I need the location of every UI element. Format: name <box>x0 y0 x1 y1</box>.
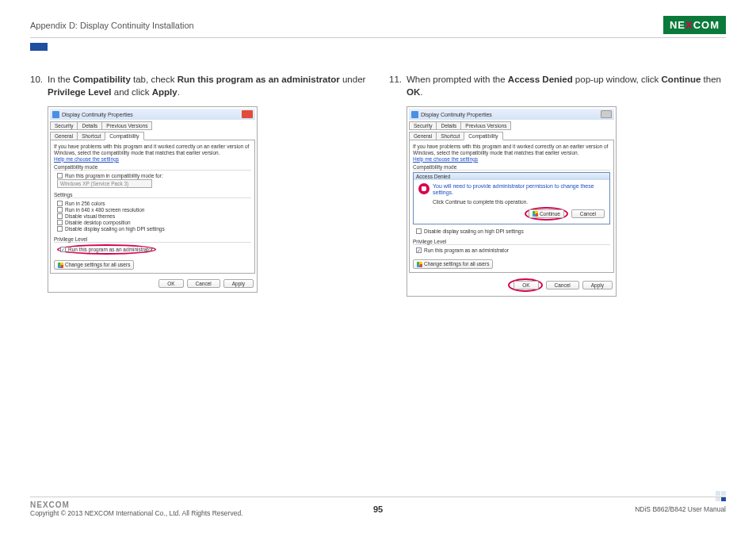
dialog-title-text: Display Continuity Properties <box>62 112 240 117</box>
close-icon[interactable] <box>601 110 612 118</box>
tab-security[interactable]: Security <box>409 121 437 130</box>
apply-button[interactable]: Apply <box>582 281 613 290</box>
cb-run-as-admin[interactable]: Run this program as an administrator <box>60 247 153 252</box>
settings-label: Settings <box>54 192 251 198</box>
tab-general[interactable]: General <box>409 132 437 140</box>
popup-subtext: Click Continue to complete this operatio… <box>433 199 605 205</box>
cb-640x480[interactable]: Run in 640 x 480 screen resolution <box>57 207 248 213</box>
compat-mode-label: Compatibility mode <box>54 164 251 171</box>
properties-dialog-left: Display Continuity Properties Security D… <box>48 106 258 292</box>
tab-security[interactable]: Security <box>50 121 78 130</box>
continue-highlight: Continue <box>525 207 568 221</box>
tab-details[interactable]: Details <box>77 121 102 130</box>
compat-mode-checkbox[interactable]: Run this program in compatibility mode f… <box>57 173 248 178</box>
privilege-label: Privilege Level <box>54 236 251 243</box>
help-link[interactable]: Help me choose the settings <box>413 156 610 162</box>
close-icon[interactable] <box>242 110 253 118</box>
tab-compatibility[interactable]: Compatibility <box>464 132 502 140</box>
help-link[interactable]: Help me choose the settings <box>54 156 251 162</box>
footer-logo: NEXCOM <box>30 500 70 509</box>
cb-disable-themes[interactable]: Disable visual themes <box>57 213 248 219</box>
error-icon: ✕ <box>418 183 430 194</box>
tab-previous-versions[interactable]: Previous Versions <box>460 121 511 130</box>
shield-icon <box>417 262 422 267</box>
popup-message: You will need to provide administrator p… <box>433 183 605 197</box>
app-icon <box>52 111 59 118</box>
ok-button[interactable]: OK <box>514 281 538 290</box>
cb-disable-composition[interactable]: Disable desktop composition <box>57 220 248 225</box>
instruction-11: 11. When prompted with the Access Denied… <box>389 73 726 98</box>
access-denied-popup: Access Denied ✕ You will need to provide… <box>413 172 610 225</box>
continue-button[interactable]: Continue <box>529 209 564 219</box>
appendix-title: Appendix D: Display Continuity Installat… <box>30 21 194 30</box>
apply-button[interactable]: Apply <box>223 279 254 288</box>
change-settings-all-users-button[interactable]: Change settings for all users <box>413 259 493 269</box>
admin-checkbox-highlight: Run this program as an administrator <box>57 244 156 255</box>
tab-shortcut[interactable]: Shortcut <box>77 132 105 140</box>
tab-previous-versions[interactable]: Previous Versions <box>101 121 152 130</box>
compat-mode-select[interactable]: Windows XP (Service Pack 3) <box>57 179 152 188</box>
tab-compatibility[interactable]: Compatibility <box>105 132 143 140</box>
shield-icon <box>58 263 63 268</box>
nexcom-logo: NEXCOM <box>663 16 726 34</box>
ok-highlight: OK <box>508 278 542 292</box>
cancel-button[interactable]: Cancel <box>546 281 579 290</box>
privilege-label: Privilege Level <box>413 239 610 245</box>
footer-manual: NDiS B862/B842 User Manual <box>635 505 726 513</box>
cancel-button[interactable]: Cancel <box>187 279 220 288</box>
properties-dialog-right: Display Continuity Properties Security D… <box>407 106 617 297</box>
dialog-titlebar: Display Continuity Properties <box>409 109 614 120</box>
cb-256-colors[interactable]: Run in 256 colors <box>57 201 248 206</box>
ok-button[interactable]: OK <box>158 279 183 288</box>
decoration-square <box>30 43 48 51</box>
cb-disable-dpi-scaling[interactable]: Disable display scaling on high DPI sett… <box>57 226 248 232</box>
shield-icon <box>533 211 538 217</box>
popup-cancel-button[interactable]: Cancel <box>571 209 605 218</box>
change-settings-all-users-button[interactable]: Change settings for all users <box>54 260 134 270</box>
tab-general[interactable]: General <box>50 132 78 140</box>
tab-shortcut[interactable]: Shortcut <box>436 132 464 140</box>
compat-description: If you have problems with this program a… <box>413 144 610 156</box>
compat-description: If you have problems with this program a… <box>54 144 251 156</box>
cb-run-as-admin[interactable]: Run this program as an administrator <box>416 247 607 253</box>
popup-title-text: Access Denied <box>416 174 607 179</box>
cb-disable-dpi-scaling[interactable]: Disable display scaling on high DPI sett… <box>416 228 607 234</box>
tab-details[interactable]: Details <box>436 121 461 130</box>
dialog-titlebar: Display Continuity Properties <box>50 109 255 120</box>
page-number: 95 <box>373 504 383 514</box>
app-icon <box>411 111 418 118</box>
compat-mode-label: Compatibility mode <box>413 164 610 171</box>
dialog-title-text: Display Continuity Properties <box>421 112 599 117</box>
footer-copyright: Copyright © 2013 NEXCOM International Co… <box>30 509 242 517</box>
instruction-10: 10. In the Compatibility tab, check Run … <box>30 73 367 98</box>
